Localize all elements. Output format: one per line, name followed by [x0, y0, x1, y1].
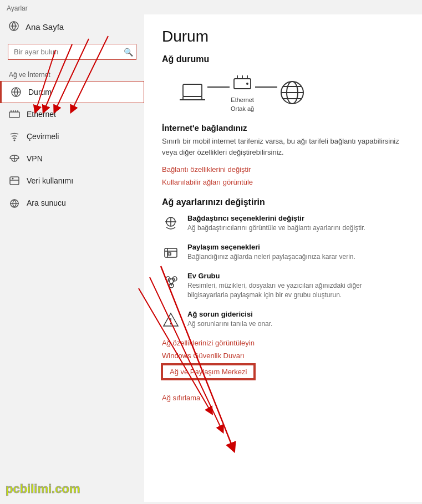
router-icon: Ethernet Ortak ağ	[231, 73, 254, 112]
evgrubu-desc: Resimleri, müzikleri, dosyaları ve yazıc…	[187, 281, 404, 300]
ara-label: Ara sunucu	[27, 198, 66, 207]
durum-label: Durum	[28, 88, 52, 96]
sidebar-item-vpn[interactable]: VPN	[0, 147, 144, 170]
svg-point-25	[246, 83, 248, 85]
evgrubu-title: Ev Grubu	[187, 272, 404, 280]
globe-icon	[278, 79, 306, 106]
ag-paylasim-link[interactable]: Ağ ve Paylaşım Merkezi	[162, 364, 255, 379]
ag-sifirlama-link[interactable]: Ağ sıfırlama	[162, 394, 404, 402]
paylasim-icon	[162, 244, 180, 262]
net-line-1	[207, 86, 230, 88]
section-title2: Ağ ayarlarınızı değiştirin	[162, 197, 404, 207]
sidebar-section: Ağ ve İnternet	[0, 67, 144, 81]
paylasim-desc: Bağlandığınız ağlarda neleri paylaşacağı…	[187, 252, 355, 262]
page-title: Durum	[162, 28, 404, 45]
sidebar-home[interactable]: Ana Sayfa	[0, 14, 144, 39]
sorun-title: Ağ sorun gidericisi	[187, 310, 272, 318]
sorun-text: Ağ sorun gidericisi Ağ sorunlarını tanıl…	[187, 310, 272, 329]
setting-sorun: Ağ sorun gidericisi Ağ sorunlarını tanıl…	[162, 310, 404, 329]
vpn-icon	[9, 153, 20, 164]
ethernet-label: Ethernet	[27, 110, 56, 119]
svg-rect-37	[168, 253, 171, 255]
setting-paylasim: Paylaşım seçenekleri Bağlandığınız ağlar…	[162, 243, 404, 262]
cevrimeli-label: Çevirmeli	[27, 132, 59, 141]
sidebar: Ana Sayfa 🔍 Ağ ve İnternet Durum	[0, 14, 144, 502]
svg-point-46	[170, 323, 171, 324]
connected-title: İnternet'e bağlandınız	[162, 123, 404, 133]
search-box[interactable]: 🔍	[8, 44, 136, 60]
bagdastirici-desc: Ağ bağdaştırıcılarını görüntüle ve bağla…	[187, 223, 365, 233]
svg-rect-12	[10, 177, 19, 185]
sidebar-item-ethernet[interactable]: Ethernet	[0, 103, 144, 125]
durum-icon	[11, 86, 22, 98]
search-icon: 🔍	[124, 48, 133, 57]
svg-point-9	[14, 140, 16, 141]
bottom-links: Ağ özelliklerinizi görüntüleyin Windows …	[162, 339, 404, 402]
svg-rect-17	[183, 84, 202, 96]
ag-durumu-title: Ağ durumu	[162, 54, 404, 64]
svg-rect-4	[9, 112, 19, 118]
search-input[interactable]	[8, 44, 136, 60]
windows-guvenlik-link[interactable]: Windows Güvenlik Duvarı	[162, 352, 404, 360]
baglanti-ozellikleri-link[interactable]: Bağlantı özelliklerini değiştir	[162, 165, 404, 174]
sidebar-item-veri[interactable]: Veri kullanımı	[0, 170, 144, 192]
ethernet-net-label: Ethernet	[231, 96, 254, 103]
sidebar-item-ara[interactable]: Ara sunucu	[0, 192, 144, 214]
kullanilabilir-aglar-link[interactable]: Kullanılabilir ağları görüntüle	[162, 178, 404, 186]
svg-point-14	[12, 178, 14, 180]
ara-icon	[9, 197, 20, 208]
home-icon	[9, 21, 19, 33]
sidebar-item-cevrimeli[interactable]: Çevirmeli	[0, 125, 144, 147]
bagdastirici-text: Bağdaştırıcı seçeneklerini değiştir Ağ b…	[187, 214, 365, 233]
content-area: Durum Ağ durumu	[144, 14, 422, 502]
veri-label: Veri kullanımı	[27, 176, 73, 185]
veri-icon	[9, 175, 20, 186]
app-title: Ayarlar	[0, 0, 422, 14]
paylasim-title: Paylaşım seçenekleri	[187, 243, 355, 251]
bagdastirici-title: Bağdaştırıcı seçeneklerini değiştir	[187, 214, 365, 222]
sidebar-item-durum[interactable]: Durum	[0, 81, 144, 103]
sorun-desc: Ağ sorunlarını tanıla ve onar.	[187, 319, 272, 329]
network-diagram: Ethernet Ortak ağ	[179, 73, 404, 112]
ag-ozellikleri-link[interactable]: Ağ özelliklerinizi görüntüleyin	[162, 339, 404, 347]
home-label: Ana Sayfa	[26, 22, 64, 32]
net-line-2	[255, 86, 277, 88]
watermark: pcbilimi.com	[6, 482, 80, 496]
setting-bagdastirici: Bağdaştırıcı seçeneklerini değiştir Ağ b…	[162, 214, 404, 233]
evgrubu-icon	[162, 273, 180, 291]
ethernet-icon	[9, 109, 20, 120]
vpn-label: VPN	[27, 154, 43, 163]
cevrimeli-icon	[9, 131, 20, 142]
connected-desc: Sınırlı bir mobil internet tarifeniz var…	[162, 136, 404, 157]
paylasim-text: Paylaşım seçenekleri Bağlandığınız ağlar…	[187, 243, 355, 262]
setting-evgrubu: Ev Grubu Resimleri, müzikleri, dosyaları…	[162, 272, 404, 300]
evgrubu-text: Ev Grubu Resimleri, müzikleri, dosyaları…	[187, 272, 404, 300]
ortak-ag-label: Ortak ağ	[231, 105, 254, 112]
laptop-icon	[179, 82, 206, 103]
sorun-icon	[162, 311, 180, 329]
bagdastirici-icon	[162, 215, 180, 233]
